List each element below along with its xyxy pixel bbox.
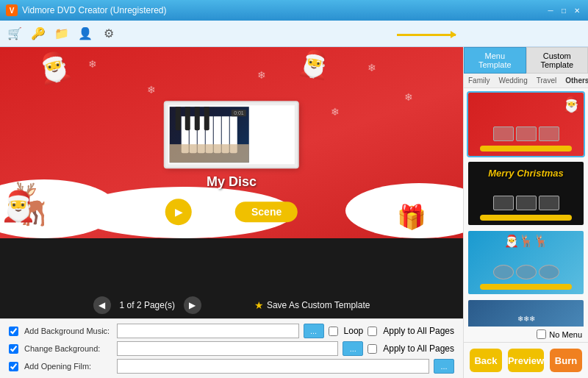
toolbar: 🛒 🔑 📁 👤 ⚙ — [0, 21, 588, 47]
snowflake-4: ❄ — [331, 106, 340, 118]
category-tabs: Family Wedding Travel Others ▶ — [464, 74, 588, 88]
tpl1-strip1 — [493, 126, 514, 141]
preview-button[interactable]: Preview — [508, 349, 544, 372]
black-key — [195, 107, 200, 130]
tpl2-strip1 — [493, 196, 514, 210]
tpl1-strip2 — [516, 126, 537, 141]
tpl2-btn-bar — [480, 215, 573, 221]
prev-page-button[interactable]: ◀ — [93, 296, 111, 314]
santa-icon: 🎅 — [0, 189, 37, 224]
tpl3-filmstrips — [493, 265, 559, 279]
loop-checkbox[interactable] — [329, 327, 338, 336]
snowflake-5: ❄ — [368, 62, 376, 74]
profile-icon[interactable]: 👤 — [76, 25, 94, 43]
template-item-4[interactable]: ❄❄❄ — [467, 299, 585, 327]
scene-button[interactable]: Scene — [235, 202, 298, 222]
bg-music-browse-button[interactable]: ... — [304, 324, 324, 338]
app-logo: V — [6, 4, 18, 16]
bg-music-apply-label: Apply to All Pages — [383, 326, 454, 336]
opening-film-input[interactable] — [117, 359, 429, 374]
play-label: Play — [204, 206, 223, 218]
next-page-button[interactable]: ▶ — [184, 296, 201, 314]
bg-music-input[interactable] — [117, 324, 299, 338]
logo-text: V — [10, 7, 15, 15]
save-custom-button[interactable]: ★ Save As Custom Template — [254, 299, 370, 311]
folder-icon[interactable]: 📁 — [53, 25, 71, 43]
minimize-button[interactable]: ─ — [545, 5, 556, 15]
black-key — [176, 107, 181, 130]
piano-black-keys — [176, 107, 209, 130]
star-icon: ★ — [254, 299, 264, 311]
change-bg-browse-button[interactable]: ... — [343, 341, 363, 356]
tpl2-strip3 — [539, 196, 559, 210]
arrow-indicator — [397, 34, 456, 36]
change-bg-checkbox[interactable] — [9, 344, 18, 354]
disc-title: My Disc — [165, 174, 298, 190]
no-menu-label: No Menu — [549, 330, 582, 339]
no-menu-checkbox[interactable] — [537, 329, 546, 339]
category-travel[interactable]: Travel — [532, 74, 561, 88]
right-panel: Menu Template Custom Template Family Wed… — [463, 47, 588, 378]
snowflake-3: ❄ — [257, 69, 266, 81]
play-button[interactable]: ▶ — [165, 199, 192, 225]
snowflake-2: ❄ — [147, 84, 156, 96]
templates-list: 🎅 Merry Christmas — [464, 88, 588, 327]
tpl1-filmstrips — [493, 126, 559, 141]
disc-controls: ▶ Play Scene — [165, 199, 298, 225]
opening-film-checkbox[interactable] — [9, 362, 18, 371]
back-button[interactable]: Back — [470, 349, 502, 372]
snowflake-6: ❄ — [404, 91, 413, 103]
window-controls: ─ □ ✕ — [545, 5, 582, 15]
change-bg-apply-checkbox[interactable] — [368, 344, 377, 354]
timestamp-label: 0:01 — [232, 110, 246, 116]
disc-center: 0:01 My Disc ▶ Play Scene — [165, 102, 298, 225]
bottom-controls: Add Background Music: ... Loop Apply to … — [0, 318, 463, 378]
app-title: Vidmore DVD Creator (Unregistered) — [22, 5, 167, 15]
tpl1-santa: 🎅 — [562, 96, 581, 113]
template-preview-3: 🎅🦌🦌 — [468, 231, 584, 294]
template-item-2[interactable]: Merry Christmas — [467, 160, 585, 227]
opening-film-row: Add Opening Film: ... — [9, 359, 454, 374]
dvd-preview: ❄ ❄ ❄ ❄ ❄ ❄ 🎅 🎅 🦌 🎅 🎁 — [0, 47, 463, 292]
change-bg-apply-label: Apply to All Pages — [383, 343, 454, 354]
tpl2-filmstrips — [493, 196, 559, 210]
loop-label: Loop — [344, 326, 364, 336]
key-icon[interactable]: 🔑 — [29, 25, 47, 43]
opening-film-browse-button[interactable]: ... — [434, 359, 454, 374]
hat-right-icon: 🎅 — [296, 47, 333, 82]
change-bg-input[interactable] — [117, 341, 338, 356]
main-layout: ❄ ❄ ❄ ❄ ❄ ❄ 🎅 🎅 🦌 🎅 🎁 — [0, 47, 588, 378]
template-item-1[interactable]: 🎅 — [467, 91, 585, 157]
bottom-black — [0, 238, 463, 292]
black-key — [204, 107, 209, 130]
template-tabs: Menu Template Custom Template — [464, 47, 588, 74]
play-icon: ▶ — [175, 206, 183, 218]
settings-icon[interactable]: ⚙ — [100, 25, 118, 43]
category-wedding[interactable]: Wedding — [494, 74, 531, 88]
custom-template-tab[interactable]: Custom Template — [526, 47, 589, 74]
bg-music-row: Add Background Music: ... Loop Apply to … — [9, 324, 454, 338]
template-preview-2: Merry Christmas — [468, 162, 584, 225]
change-bg-row: Change Background: ... Apply to All Page… — [9, 341, 454, 356]
template-item-3[interactable]: 🎅🦌🦌 — [467, 229, 585, 296]
tpl1-strip3 — [539, 126, 559, 141]
close-button[interactable]: ✕ — [572, 5, 582, 15]
menu-template-tab[interactable]: Menu Template — [464, 47, 526, 74]
maximize-button[interactable]: □ — [559, 5, 569, 15]
tpl4-text: ❄❄❄ — [517, 315, 535, 323]
burn-button[interactable]: Burn — [550, 349, 582, 372]
black-key — [185, 107, 190, 130]
bg-music-checkbox[interactable] — [9, 327, 18, 336]
tpl2-strip2 — [516, 196, 537, 210]
cart-icon[interactable]: 🛒 — [6, 25, 24, 43]
title-bar: V Vidmore DVD Creator (Unregistered) ─ □… — [0, 0, 588, 21]
template-preview-4: ❄❄❄ — [468, 300, 584, 327]
template-preview-1: 🎅 — [468, 93, 584, 156]
category-others[interactable]: Others — [561, 74, 588, 88]
gift-icon: 🎁 — [397, 203, 426, 231]
bg-music-apply-checkbox[interactable] — [368, 327, 377, 336]
page-indicator: 1 of 2 Page(s) — [120, 300, 175, 310]
bg-music-label: Add Background Music: — [24, 327, 112, 335]
preview-area: ❄ ❄ ❄ ❄ ❄ ❄ 🎅 🎅 🦌 🎅 🎁 — [0, 47, 463, 378]
category-family[interactable]: Family — [464, 74, 494, 88]
